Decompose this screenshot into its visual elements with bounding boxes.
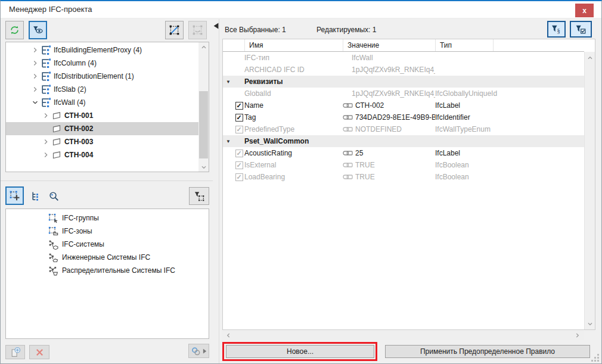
tree-item-label: IfcBuildingElementProxy (4) bbox=[54, 46, 142, 54]
property-name: LoadBearing bbox=[244, 173, 343, 181]
chevron-right-icon[interactable] bbox=[30, 45, 41, 55]
filter-selection-button[interactable] bbox=[189, 187, 209, 205]
list-item[interactable]: IFC-группы bbox=[6, 211, 209, 225]
tree-item-label: СТН-002 bbox=[64, 125, 93, 133]
refresh-button[interactable] bbox=[5, 21, 24, 39]
tree-item[interactable]: СТН-002 bbox=[6, 122, 198, 135]
property-value: 25 bbox=[355, 149, 363, 157]
tree-item[interactable]: СТН-001 bbox=[6, 109, 198, 122]
property-type: IfcGloballyUniqueId bbox=[435, 89, 584, 98]
marquee-arrow-icon bbox=[193, 25, 203, 35]
link-icon bbox=[343, 126, 353, 133]
property-row[interactable]: ✓IsExternalTRUEIfcBoolean bbox=[223, 159, 584, 171]
tree-item[interactable]: IfcDistributionElement (1) bbox=[6, 70, 198, 83]
property-group-row[interactable]: ▼Pset_WallCommon bbox=[223, 135, 584, 147]
close-button[interactable]: x bbox=[575, 4, 594, 17]
property-checkbox[interactable]: ✓ bbox=[235, 114, 243, 122]
filter-checked-button[interactable] bbox=[570, 21, 592, 38]
column-header-type[interactable]: Тип bbox=[435, 39, 493, 51]
ifc-tree-panel: IfcBuildingElementProxy (4)IfcColumn (4)… bbox=[5, 42, 209, 172]
property-row[interactable]: ✓AcousticRating25IfcLabel bbox=[223, 147, 584, 159]
property-row[interactable]: ✓PredefinedTypeNOTDEFINEDIfcWallTypeEnum bbox=[223, 123, 584, 135]
search-button[interactable] bbox=[46, 188, 61, 204]
editable-label: Редактируемых: 1 bbox=[316, 26, 376, 34]
list-item[interactable]: IFC-зоны bbox=[6, 225, 209, 238]
list-item-label: Распределительные Системы IFC bbox=[62, 266, 175, 275]
property-group-row[interactable]: ▼Реквизиты bbox=[223, 76, 584, 88]
value-cell: TRUE bbox=[343, 161, 435, 169]
ifc-dist-systems-icon bbox=[48, 266, 59, 276]
list-item[interactable]: Инженерные Системы IFC bbox=[6, 251, 209, 264]
chevron-right-icon[interactable] bbox=[41, 111, 51, 120]
scroll-up-icon[interactable] bbox=[585, 53, 595, 62]
scroll-right-icon[interactable] bbox=[573, 330, 582, 340]
collapse-group-icon[interactable]: ▼ bbox=[223, 139, 234, 144]
table-scrollbar[interactable] bbox=[584, 52, 595, 329]
property-name: Tag bbox=[244, 113, 343, 122]
collapse-group-icon[interactable]: ▼ bbox=[223, 79, 234, 85]
wall-icon bbox=[51, 137, 62, 147]
tree-item[interactable]: IfcSlab (2) bbox=[6, 83, 198, 96]
property-checkbox: ✓ bbox=[235, 173, 243, 181]
checkbox-cell: ✓ bbox=[234, 114, 244, 122]
tree-item[interactable]: СТН-003 bbox=[6, 135, 198, 148]
select-from-model-button[interactable] bbox=[188, 21, 207, 39]
property-row[interactable]: ✓LoadBearingTRUEIfcBoolean bbox=[223, 171, 584, 183]
list-item[interactable]: IFC-системы bbox=[6, 238, 209, 251]
checkbox-cell: ✓ bbox=[234, 173, 244, 181]
tree-item[interactable]: СТН-004 bbox=[6, 148, 198, 161]
new-button-label: Новое... bbox=[287, 347, 314, 356]
titlebar[interactable]: Менеджер IFC-проекта x bbox=[1, 1, 601, 18]
link-icon bbox=[343, 102, 353, 109]
tree-item[interactable]: IfcWall (4) bbox=[6, 96, 198, 109]
filter-visibility-button[interactable] bbox=[29, 21, 47, 39]
value-cell: 1pJQqfZXv9kR_RNKEIq4_8 bbox=[343, 66, 435, 74]
scroll-down-icon[interactable] bbox=[585, 319, 595, 328]
hierarchy-view-button[interactable] bbox=[28, 188, 44, 204]
tree-item[interactable]: IfcBuildingElementProxy (4) bbox=[6, 43, 198, 57]
tree-item[interactable]: IfcColumn (4) bbox=[6, 57, 198, 70]
property-row[interactable]: GlobalId1pJQqfZXv9kR_RNKEIq4_8IfcGloball… bbox=[223, 88, 584, 99]
link-menu-button[interactable] bbox=[188, 344, 209, 358]
property-checkbox[interactable]: ✓ bbox=[235, 102, 243, 110]
tree-item-label: СТН-003 bbox=[64, 138, 93, 146]
table-hscrollbar[interactable] bbox=[222, 330, 584, 340]
new-button[interactable]: Новое... bbox=[226, 345, 374, 358]
column-header-value[interactable]: Значение bbox=[343, 39, 435, 51]
property-name: IFC-тип bbox=[244, 54, 343, 62]
tree-item-label: СТН-001 bbox=[64, 111, 93, 120]
filter-scheme-button[interactable] bbox=[547, 21, 566, 38]
resize-grip[interactable] bbox=[592, 354, 599, 362]
column-header-name[interactable]: Имя bbox=[244, 39, 343, 51]
property-row[interactable]: ARCHICAD IFC ID1pJQqfZXv9kR_RNKEIq4_8 bbox=[223, 64, 584, 76]
property-value: 1pJQqfZXv9kR_RNKEIq4_8 bbox=[352, 66, 435, 74]
scroll-down-icon[interactable] bbox=[198, 163, 209, 172]
link-icon bbox=[343, 173, 353, 181]
list-item[interactable]: Распределительные Системы IFC bbox=[6, 264, 209, 277]
property-row[interactable]: ✓NameСТН-002IfcLabel bbox=[223, 99, 584, 111]
property-name: Name bbox=[244, 101, 343, 110]
chevron-right-icon[interactable] bbox=[41, 150, 51, 160]
property-row[interactable]: ✓Tag734DAD29-8E1E-49B9-BF9B-5...IfcIdent… bbox=[223, 111, 584, 123]
scroll-left-icon[interactable] bbox=[224, 330, 233, 340]
panel-divider[interactable] bbox=[219, 19, 219, 363]
add-item-button[interactable] bbox=[5, 345, 25, 359]
scroll-up-icon[interactable] bbox=[198, 42, 209, 51]
delete-item-button[interactable] bbox=[29, 345, 49, 359]
chevron-right-icon[interactable] bbox=[30, 58, 41, 68]
apply-button-label: Применить Предопределенное Правило bbox=[420, 347, 555, 356]
new-group-mode-button[interactable] bbox=[5, 186, 24, 205]
chevron-down-icon[interactable] bbox=[30, 98, 41, 107]
property-row[interactable]: IFC-типIfcWall bbox=[223, 52, 584, 64]
tree-scrollbar[interactable] bbox=[198, 42, 209, 172]
list-item-label: IFC-зоны bbox=[62, 227, 92, 235]
chevron-right-icon[interactable] bbox=[41, 137, 51, 147]
chevron-right-icon[interactable] bbox=[30, 71, 41, 81]
tree-scrollbar-thumb[interactable] bbox=[199, 91, 208, 158]
chevron-right-icon[interactable] bbox=[30, 85, 41, 94]
hierarchy-icon bbox=[31, 191, 41, 201]
collapse-panel-icon[interactable] bbox=[213, 23, 219, 29]
add-page-icon bbox=[10, 347, 21, 358]
apply-predefined-rule-button[interactable]: Применить Предопределенное Правило bbox=[385, 345, 590, 358]
select-in-model-button[interactable] bbox=[165, 21, 184, 39]
